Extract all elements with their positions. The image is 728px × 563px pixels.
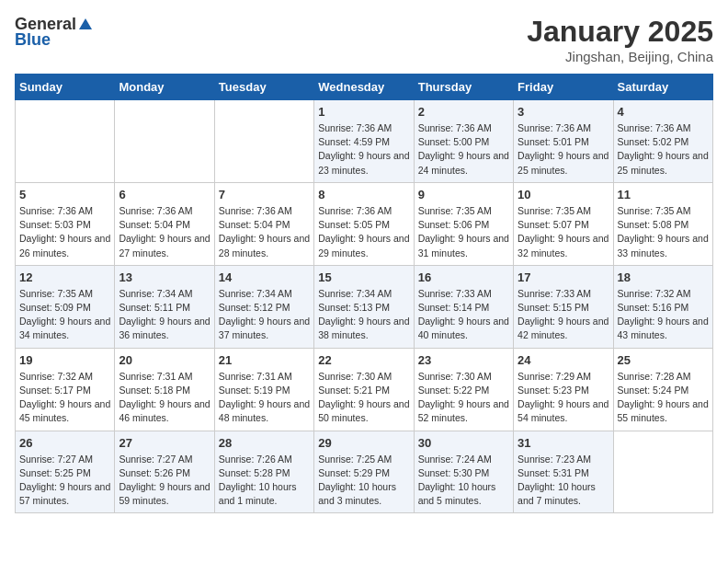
weekday-header: Sunday — [16, 75, 115, 100]
calendar-body: 1 Sunrise: 7:36 AMSunset: 4:59 PMDayligh… — [16, 100, 713, 513]
day-number: 8 — [318, 188, 409, 201]
day-number: 12 — [19, 270, 110, 284]
day-info: Sunrise: 7:32 AMSunset: 5:17 PMDaylight:… — [19, 370, 110, 426]
day-info: Sunrise: 7:34 AMSunset: 5:12 PMDaylight:… — [219, 287, 310, 343]
svg-marker-0 — [79, 18, 92, 29]
weekday-row: SundayMondayTuesdayWednesdayThursdayFrid… — [16, 75, 713, 100]
day-info: Sunrise: 7:28 AMSunset: 5:24 PMDaylight:… — [618, 370, 709, 426]
calendar-day-cell: 15 Sunrise: 7:34 AMSunset: 5:13 PMDaylig… — [314, 265, 414, 348]
calendar-day-cell: 27 Sunrise: 7:27 AMSunset: 5:26 PMDaylig… — [115, 431, 214, 513]
calendar-day-cell: 11 Sunrise: 7:35 AMSunset: 5:08 PMDaylig… — [613, 182, 712, 265]
day-info: Sunrise: 7:30 AMSunset: 5:21 PMDaylight:… — [318, 370, 409, 426]
weekday-header: Friday — [514, 75, 613, 100]
calendar-week-row: 26 Sunrise: 7:27 AMSunset: 5:25 PMDaylig… — [16, 431, 713, 513]
day-info: Sunrise: 7:35 AMSunset: 5:08 PMDaylight:… — [618, 204, 709, 260]
calendar-week-row: 19 Sunrise: 7:32 AMSunset: 5:17 PMDaylig… — [16, 348, 713, 431]
day-number: 20 — [119, 353, 210, 367]
day-info: Sunrise: 7:31 AMSunset: 5:19 PMDaylight:… — [219, 370, 310, 426]
day-number: 6 — [119, 188, 210, 201]
day-info: Sunrise: 7:36 AMSunset: 5:03 PMDaylight:… — [19, 204, 110, 260]
day-number: 30 — [418, 436, 509, 450]
calendar-day-cell: 28 Sunrise: 7:26 AMSunset: 5:28 PMDaylig… — [214, 431, 313, 513]
day-info: Sunrise: 7:36 AMSunset: 5:05 PMDaylight:… — [318, 204, 409, 260]
calendar-day-cell: 7 Sunrise: 7:36 AMSunset: 5:04 PMDayligh… — [214, 182, 313, 265]
day-info: Sunrise: 7:36 AMSunset: 4:59 PMDaylight:… — [318, 121, 409, 178]
calendar-day-cell: 31 Sunrise: 7:23 AMSunset: 5:31 PMDaylig… — [514, 431, 613, 513]
calendar-day-cell — [115, 100, 214, 183]
calendar-day-cell: 2 Sunrise: 7:36 AMSunset: 5:00 PMDayligh… — [414, 100, 513, 183]
day-info: Sunrise: 7:27 AMSunset: 5:26 PMDaylight:… — [119, 453, 210, 509]
calendar-day-cell: 26 Sunrise: 7:27 AMSunset: 5:25 PMDaylig… — [16, 431, 115, 513]
day-number: 15 — [318, 270, 409, 284]
day-number: 5 — [19, 188, 110, 201]
calendar-day-cell: 30 Sunrise: 7:24 AMSunset: 5:30 PMDaylig… — [414, 431, 513, 513]
weekday-header: Tuesday — [214, 75, 313, 100]
day-number: 31 — [518, 436, 609, 450]
calendar-week-row: 5 Sunrise: 7:36 AMSunset: 5:03 PMDayligh… — [16, 182, 713, 265]
day-number: 10 — [518, 188, 609, 201]
day-info: Sunrise: 7:34 AMSunset: 5:11 PMDaylight:… — [119, 287, 210, 343]
day-info: Sunrise: 7:35 AMSunset: 5:06 PMDaylight:… — [418, 204, 509, 260]
calendar-day-cell: 14 Sunrise: 7:34 AMSunset: 5:12 PMDaylig… — [214, 265, 313, 348]
calendar-day-cell: 25 Sunrise: 7:28 AMSunset: 5:24 PMDaylig… — [613, 348, 712, 431]
day-number: 2 — [418, 105, 509, 119]
day-info: Sunrise: 7:25 AMSunset: 5:29 PMDaylight:… — [318, 453, 409, 509]
day-info: Sunrise: 7:36 AMSunset: 5:04 PMDaylight:… — [119, 204, 210, 260]
calendar-week-row: 12 Sunrise: 7:35 AMSunset: 5:09 PMDaylig… — [16, 265, 713, 348]
day-number: 25 — [618, 353, 709, 367]
day-info: Sunrise: 7:36 AMSunset: 5:04 PMDaylight:… — [219, 204, 310, 260]
day-info: Sunrise: 7:35 AMSunset: 5:07 PMDaylight:… — [518, 204, 609, 260]
day-number: 17 — [518, 270, 609, 284]
calendar-day-cell: 16 Sunrise: 7:33 AMSunset: 5:14 PMDaylig… — [414, 265, 513, 348]
location: Jingshan, Beijing, China — [527, 49, 713, 64]
day-number: 28 — [219, 436, 310, 450]
weekday-header: Thursday — [414, 75, 513, 100]
calendar-day-cell: 19 Sunrise: 7:32 AMSunset: 5:17 PMDaylig… — [16, 348, 115, 431]
day-info: Sunrise: 7:26 AMSunset: 5:28 PMDaylight:… — [219, 453, 310, 509]
calendar-day-cell: 12 Sunrise: 7:35 AMSunset: 5:09 PMDaylig… — [16, 265, 115, 348]
day-number: 9 — [418, 188, 509, 201]
calendar-day-cell: 9 Sunrise: 7:35 AMSunset: 5:06 PMDayligh… — [414, 182, 513, 265]
title-block: January 2025 Jingshan, Beijing, China — [527, 15, 713, 64]
day-number: 13 — [119, 270, 210, 284]
calendar-day-cell: 20 Sunrise: 7:31 AMSunset: 5:18 PMDaylig… — [115, 348, 214, 431]
calendar-header: SundayMondayTuesdayWednesdayThursdayFrid… — [16, 75, 713, 100]
calendar-day-cell: 4 Sunrise: 7:36 AMSunset: 5:02 PMDayligh… — [613, 100, 712, 183]
page-header: General Blue January 2025 Jingshan, Beij… — [15, 15, 713, 64]
calendar-day-cell: 29 Sunrise: 7:25 AMSunset: 5:29 PMDaylig… — [314, 431, 414, 513]
day-number: 14 — [219, 270, 310, 284]
day-number: 22 — [318, 353, 409, 367]
day-info: Sunrise: 7:32 AMSunset: 5:16 PMDaylight:… — [618, 287, 709, 343]
calendar-day-cell — [613, 431, 712, 513]
day-info: Sunrise: 7:30 AMSunset: 5:22 PMDaylight:… — [418, 370, 509, 426]
day-number: 23 — [418, 353, 509, 367]
calendar-week-row: 1 Sunrise: 7:36 AMSunset: 4:59 PMDayligh… — [16, 100, 713, 183]
calendar-day-cell — [214, 100, 313, 183]
day-info: Sunrise: 7:36 AMSunset: 5:01 PMDaylight:… — [518, 121, 609, 178]
day-info: Sunrise: 7:36 AMSunset: 5:02 PMDaylight:… — [618, 121, 709, 178]
calendar-day-cell: 1 Sunrise: 7:36 AMSunset: 4:59 PMDayligh… — [314, 100, 414, 183]
calendar-day-cell: 24 Sunrise: 7:29 AMSunset: 5:23 PMDaylig… — [514, 348, 613, 431]
calendar-day-cell: 8 Sunrise: 7:36 AMSunset: 5:05 PMDayligh… — [314, 182, 414, 265]
calendar-day-cell: 5 Sunrise: 7:36 AMSunset: 5:03 PMDayligh… — [16, 182, 115, 265]
day-number: 1 — [318, 105, 409, 119]
day-number: 7 — [219, 188, 310, 201]
day-info: Sunrise: 7:24 AMSunset: 5:30 PMDaylight:… — [418, 453, 509, 509]
day-info: Sunrise: 7:33 AMSunset: 5:15 PMDaylight:… — [518, 287, 609, 343]
day-number: 19 — [19, 353, 110, 367]
day-number: 21 — [219, 353, 310, 367]
day-info: Sunrise: 7:23 AMSunset: 5:31 PMDaylight:… — [518, 453, 609, 509]
calendar-day-cell: 10 Sunrise: 7:35 AMSunset: 5:07 PMDaylig… — [514, 182, 613, 265]
day-number: 29 — [318, 436, 409, 450]
calendar-day-cell — [16, 100, 115, 183]
logo: General Blue — [15, 15, 94, 50]
calendar-day-cell: 6 Sunrise: 7:36 AMSunset: 5:04 PMDayligh… — [115, 182, 214, 265]
calendar-day-cell: 22 Sunrise: 7:30 AMSunset: 5:21 PMDaylig… — [314, 348, 414, 431]
day-number: 27 — [119, 436, 210, 450]
day-number: 24 — [518, 353, 609, 367]
calendar-day-cell: 13 Sunrise: 7:34 AMSunset: 5:11 PMDaylig… — [115, 265, 214, 348]
logo-icon — [77, 17, 94, 33]
day-number: 18 — [618, 270, 709, 284]
weekday-header: Saturday — [613, 75, 712, 100]
day-info: Sunrise: 7:35 AMSunset: 5:09 PMDaylight:… — [19, 287, 110, 343]
